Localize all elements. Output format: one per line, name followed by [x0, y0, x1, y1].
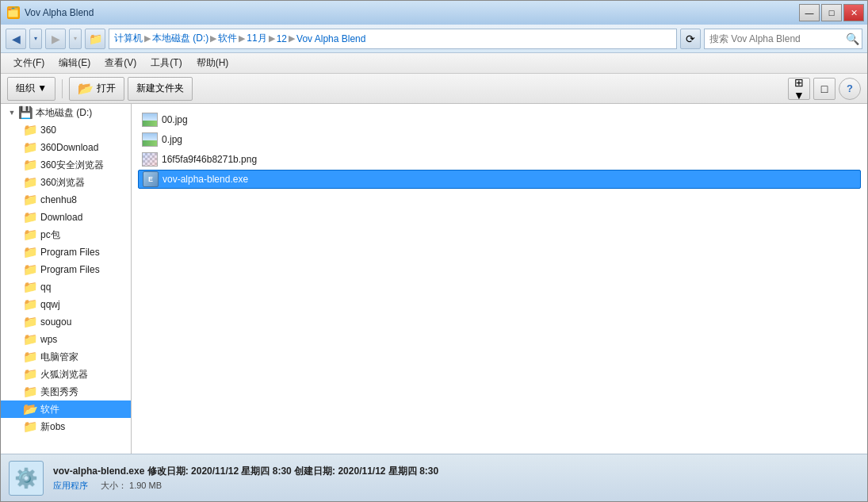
path-computer[interactable]: 计算机: [114, 32, 143, 45]
search-box: 🔍: [704, 29, 862, 49]
menu-edit[interactable]: 编辑(E): [52, 55, 97, 71]
close-button[interactable]: ✕: [843, 4, 864, 21]
up-button[interactable]: 📁: [85, 29, 105, 49]
tree-label: 360浏览器: [40, 176, 85, 190]
organize-button[interactable]: 组织 ▼: [7, 77, 55, 101]
tree-item-download[interactable]: 📁 Download: [1, 209, 131, 226]
window-title: Vov Alpha Blend: [25, 7, 94, 18]
tree-item-wps[interactable]: 📁 wps: [1, 331, 131, 348]
tree-item-newobs[interactable]: 📁 新obs: [1, 418, 131, 435]
menu-file[interactable]: 文件(F): [7, 55, 51, 71]
status-filename-text: vov-alpha-blend.exe 修改日期: 2020/11/12 星期四…: [53, 466, 438, 477]
new-folder-button[interactable]: 新建文件夹: [128, 77, 193, 101]
menu-help[interactable]: 帮助(H): [190, 55, 235, 71]
tree-item-360browser[interactable]: 📁 360安全浏览器: [1, 156, 131, 174]
path-software[interactable]: 软件: [218, 32, 237, 45]
forward-button[interactable]: ▶: [45, 29, 66, 49]
path-day[interactable]: 12: [277, 33, 287, 44]
folder-icon: 📁: [23, 280, 38, 294]
path-folder[interactable]: Vov Alpha Blend: [296, 33, 365, 44]
back-dropdown[interactable]: ▾: [29, 29, 42, 49]
folder-icon: 📁: [23, 175, 38, 190]
status-file-icon: ⚙️: [9, 461, 44, 496]
folder-icon: 📁: [23, 210, 38, 224]
path-month[interactable]: 11月: [247, 32, 266, 45]
menu-view[interactable]: 查看(V): [98, 55, 143, 71]
toolbar: 组织 ▼ 📂 打开 新建文件夹 ⊞ ▼ □ ?: [1, 74, 867, 104]
tree-item-360[interactable]: 📁 360: [1, 121, 131, 139]
left-panel: ▼ 💾 本地磁盘 (D:) 📁 360 📁 360Download 📁 360安…: [1, 104, 132, 454]
search-input[interactable]: [705, 33, 843, 44]
view-toggle[interactable]: ⊞ ▼: [788, 78, 810, 100]
folder-icon: 📁: [23, 228, 38, 242]
tree-item-meitu[interactable]: 📁 美图秀秀: [1, 383, 131, 400]
tree-label: 360: [40, 125, 56, 136]
folder-icon: 📁: [23, 140, 38, 155]
open-button[interactable]: 📂 打开: [69, 77, 124, 101]
tree-label: 电脑管家: [40, 351, 78, 364]
tree-item-sougou[interactable]: 📁 sougou: [1, 313, 131, 331]
folder-icon: 📁: [23, 245, 38, 259]
tree-label: 360Download: [40, 142, 98, 153]
file-item-exe[interactable]: E vov-alpha-blend.exe: [138, 170, 861, 189]
address-path[interactable]: 计算机 ▶ 本地磁盘 (D:) ▶ 软件 ▶ 11月 ▶ 12 ▶ Vov Al…: [109, 29, 677, 49]
tree-label: 软件: [40, 403, 59, 416]
file-label: 16f5fa9f46b8271b.png: [162, 154, 257, 165]
tree-root-label: 本地磁盘 (D:): [36, 106, 92, 120]
tree-root[interactable]: ▼ 💾 本地磁盘 (D:): [1, 104, 131, 121]
help-button[interactable]: ?: [839, 78, 861, 100]
tree-item-pcguard[interactable]: 📁 电脑管家: [1, 348, 131, 366]
folder-icon: 📁: [23, 123, 38, 137]
tree-item-360browse2[interactable]: 📁 360浏览器: [1, 174, 131, 191]
tree-label: qq: [40, 282, 51, 293]
folder-icon: 📁: [23, 420, 38, 434]
tree-item-pf2[interactable]: 📁 Program Files: [1, 261, 131, 278]
view-controls: ⊞ ▼ □ ?: [788, 78, 861, 100]
status-type: 应用程序: [53, 480, 88, 492]
refresh-button[interactable]: ⟳: [680, 29, 701, 49]
tree-label: 美图秀秀: [40, 385, 78, 399]
folder-icon: 📁: [23, 385, 38, 399]
path-drive[interactable]: 本地磁盘 (D:): [152, 32, 208, 45]
tree-item-qqwj[interactable]: 📁 qqwj: [1, 296, 131, 313]
jpg-icon: [141, 112, 159, 128]
tree-item-pc[interactable]: 📁 pc包: [1, 226, 131, 243]
tree-item-pf1[interactable]: 📁 Program Files: [1, 243, 131, 261]
folder-icon: 📁: [23, 262, 38, 277]
tree-label: chenhu8: [40, 194, 77, 205]
menu-tools[interactable]: 工具(T): [144, 55, 188, 71]
file-label: 0.jpg: [162, 134, 182, 145]
tree-item-firefox[interactable]: 📁 火狐浏览器: [1, 366, 131, 383]
title-bar: 🗂️ Vov Alpha Blend — □ ✕: [1, 1, 867, 25]
tree-item-chenhu8[interactable]: 📁 chenhu8: [1, 191, 131, 209]
tree-item-software[interactable]: 📂 软件: [1, 400, 131, 418]
title-bar-controls: — □ ✕: [799, 4, 864, 21]
minimize-button[interactable]: —: [799, 4, 820, 21]
tree-label: sougou: [40, 316, 71, 328]
window: 🗂️ Vov Alpha Blend — □ ✕ ◀ ▾ ▶ ▾ 📁 计算机 ▶…: [0, 0, 868, 502]
file-item-png[interactable]: 16f5fa9f46b8271b.png: [138, 150, 861, 169]
expand-icon: ▼: [7, 108, 17, 117]
maximize-button[interactable]: □: [821, 4, 842, 21]
tree-label: Download: [40, 212, 82, 223]
tree-label: 360安全浏览器: [40, 159, 104, 172]
tree-item-qq[interactable]: 📁 qq: [1, 278, 131, 296]
file-label: vov-alpha-blend.exe: [163, 174, 248, 185]
new-folder-label: 新建文件夹: [136, 82, 184, 95]
panes-button[interactable]: □: [813, 78, 835, 100]
main-area: ▼ 💾 本地磁盘 (D:) 📁 360 📁 360Download 📁 360安…: [1, 104, 867, 454]
back-button[interactable]: ◀: [6, 29, 26, 49]
status-size: 大小： 1.90 MB: [101, 480, 162, 492]
right-panel: 00.jpg 0.jpg 16f5fa9f46b8271b.png: [132, 104, 867, 454]
file-item-0jpg[interactable]: 0.jpg: [138, 130, 861, 149]
tree-label: pc包: [40, 228, 60, 242]
status-bar: ⚙️ vov-alpha-blend.exe 修改日期: 2020/11/12 …: [1, 454, 867, 501]
tree-label: wps: [40, 334, 57, 345]
tree-item-360download[interactable]: 📁 360Download: [1, 139, 131, 156]
file-item-00jpg[interactable]: 00.jpg: [138, 110, 861, 129]
search-icon[interactable]: 🔍: [843, 29, 862, 48]
forward-dropdown[interactable]: ▾: [69, 29, 82, 49]
toolbar-divider: [62, 79, 63, 98]
file-label: 00.jpg: [162, 114, 188, 125]
address-bar: ◀ ▾ ▶ ▾ 📁 计算机 ▶ 本地磁盘 (D:) ▶ 软件 ▶ 11月 ▶ 1…: [1, 25, 867, 53]
